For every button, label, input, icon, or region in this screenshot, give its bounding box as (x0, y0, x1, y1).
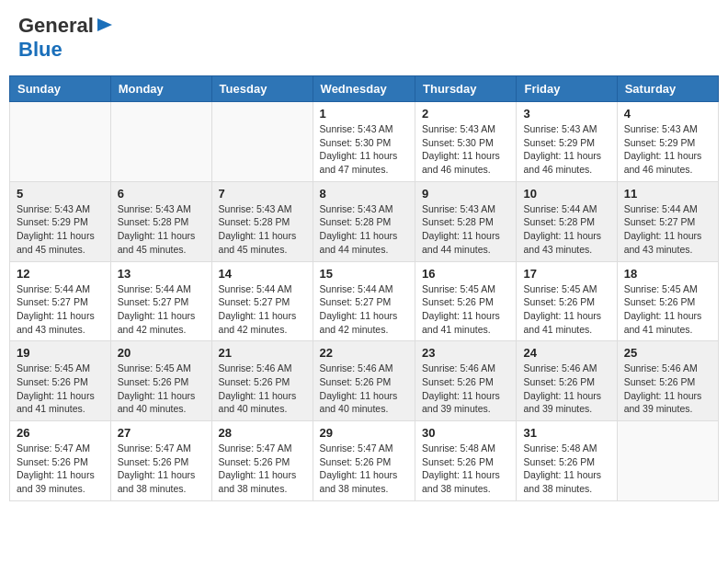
day-number: 22 (320, 346, 408, 360)
calendar-day-cell: 27Sunrise: 5:47 AM Sunset: 5:26 PM Dayli… (110, 421, 211, 501)
day-number: 14 (219, 267, 306, 281)
day-info: Sunrise: 5:43 AM Sunset: 5:28 PM Dayligh… (118, 202, 205, 257)
day-info: Sunrise: 5:45 AM Sunset: 5:26 PM Dayligh… (422, 282, 509, 337)
day-info: Sunrise: 5:45 AM Sunset: 5:26 PM Dayligh… (624, 282, 711, 337)
day-number: 9 (422, 187, 509, 201)
day-number: 12 (17, 267, 104, 281)
day-number: 28 (219, 426, 306, 440)
calendar-week-row: 5Sunrise: 5:43 AM Sunset: 5:29 PM Daylig… (10, 181, 719, 261)
calendar-week-row: 26Sunrise: 5:47 AM Sunset: 5:26 PM Dayli… (10, 421, 719, 501)
day-info: Sunrise: 5:44 AM Sunset: 5:28 PM Dayligh… (523, 202, 609, 257)
day-info: Sunrise: 5:48 AM Sunset: 5:26 PM Dayligh… (422, 442, 509, 496)
calendar-day-cell: 19Sunrise: 5:45 AM Sunset: 5:26 PM Dayli… (10, 341, 111, 421)
day-number: 15 (320, 267, 408, 281)
day-info: Sunrise: 5:44 AM Sunset: 5:27 PM Dayligh… (17, 282, 104, 337)
day-info: Sunrise: 5:46 AM Sunset: 5:26 PM Dayligh… (523, 362, 609, 416)
day-info: Sunrise: 5:43 AM Sunset: 5:29 PM Dayligh… (523, 122, 609, 177)
day-info: Sunrise: 5:45 AM Sunset: 5:26 PM Dayligh… (118, 362, 205, 416)
day-of-week-header: Sunday (10, 76, 111, 102)
calendar-day-cell: 21Sunrise: 5:46 AM Sunset: 5:26 PM Dayli… (211, 341, 313, 421)
day-info: Sunrise: 5:44 AM Sunset: 5:27 PM Dayligh… (320, 282, 408, 337)
day-number: 31 (523, 426, 609, 440)
calendar-day-cell: 10Sunrise: 5:44 AM Sunset: 5:28 PM Dayli… (517, 181, 617, 261)
day-info: Sunrise: 5:43 AM Sunset: 5:30 PM Dayligh… (320, 122, 408, 177)
calendar-day-cell: 26Sunrise: 5:47 AM Sunset: 5:26 PM Dayli… (10, 421, 111, 501)
calendar-day-cell: 17Sunrise: 5:45 AM Sunset: 5:26 PM Dayli… (517, 261, 617, 341)
day-number: 4 (624, 107, 711, 121)
calendar-day-cell: 23Sunrise: 5:46 AM Sunset: 5:26 PM Dayli… (415, 341, 517, 421)
day-number: 10 (523, 187, 609, 201)
calendar-day-cell: 20Sunrise: 5:45 AM Sunset: 5:26 PM Dayli… (110, 341, 211, 421)
calendar-header-row: SundayMondayTuesdayWednesdayThursdayFrid… (10, 76, 719, 102)
calendar-day-cell: 12Sunrise: 5:44 AM Sunset: 5:27 PM Dayli… (10, 261, 111, 341)
day-info: Sunrise: 5:44 AM Sunset: 5:27 PM Dayligh… (219, 282, 306, 337)
day-number: 17 (523, 267, 609, 281)
day-info: Sunrise: 5:43 AM Sunset: 5:28 PM Dayligh… (422, 202, 509, 257)
day-info: Sunrise: 5:46 AM Sunset: 5:26 PM Dayligh… (219, 362, 306, 416)
calendar-day-cell: 22Sunrise: 5:46 AM Sunset: 5:26 PM Dayli… (313, 341, 415, 421)
day-number: 16 (422, 267, 509, 281)
day-number: 19 (17, 346, 104, 360)
calendar-day-cell (110, 102, 211, 182)
day-info: Sunrise: 5:45 AM Sunset: 5:26 PM Dayligh… (17, 362, 104, 416)
calendar-day-cell: 9Sunrise: 5:43 AM Sunset: 5:28 PM Daylig… (415, 181, 517, 261)
logo-flag-icon (96, 16, 114, 34)
calendar-day-cell: 14Sunrise: 5:44 AM Sunset: 5:27 PM Dayli… (211, 261, 313, 341)
day-number: 11 (624, 187, 711, 201)
calendar-day-cell: 31Sunrise: 5:48 AM Sunset: 5:26 PM Dayli… (517, 421, 617, 501)
day-info: Sunrise: 5:48 AM Sunset: 5:26 PM Dayligh… (523, 442, 609, 496)
calendar-day-cell: 18Sunrise: 5:45 AM Sunset: 5:26 PM Dayli… (617, 261, 718, 341)
calendar-day-cell: 2Sunrise: 5:43 AM Sunset: 5:30 PM Daylig… (415, 102, 517, 182)
day-info: Sunrise: 5:47 AM Sunset: 5:26 PM Dayligh… (219, 442, 306, 496)
day-number: 26 (17, 426, 104, 440)
calendar-table: SundayMondayTuesdayWednesdayThursdayFrid… (9, 75, 719, 501)
day-of-week-header: Tuesday (211, 76, 313, 102)
day-info: Sunrise: 5:46 AM Sunset: 5:26 PM Dayligh… (422, 362, 509, 416)
day-info: Sunrise: 5:47 AM Sunset: 5:26 PM Dayligh… (17, 442, 104, 496)
day-number: 30 (422, 426, 509, 440)
day-info: Sunrise: 5:43 AM Sunset: 5:30 PM Dayligh… (422, 122, 509, 177)
day-info: Sunrise: 5:43 AM Sunset: 5:29 PM Dayligh… (17, 202, 104, 257)
logo-general: General (18, 14, 94, 38)
calendar-day-cell: 24Sunrise: 5:46 AM Sunset: 5:26 PM Dayli… (517, 341, 617, 421)
day-number: 3 (523, 107, 609, 121)
day-info: Sunrise: 5:44 AM Sunset: 5:27 PM Dayligh… (624, 202, 711, 257)
calendar-day-cell: 13Sunrise: 5:44 AM Sunset: 5:27 PM Dayli… (110, 261, 211, 341)
calendar-day-cell: 11Sunrise: 5:44 AM Sunset: 5:27 PM Dayli… (617, 181, 718, 261)
day-of-week-header: Thursday (415, 76, 517, 102)
day-number: 20 (118, 346, 205, 360)
day-info: Sunrise: 5:43 AM Sunset: 5:28 PM Dayligh… (219, 202, 306, 257)
day-number: 13 (118, 267, 205, 281)
day-of-week-header: Saturday (617, 76, 718, 102)
day-of-week-header: Friday (517, 76, 617, 102)
calendar-day-cell: 6Sunrise: 5:43 AM Sunset: 5:28 PM Daylig… (110, 181, 211, 261)
logo-blue: Blue (18, 38, 63, 61)
calendar-day-cell: 4Sunrise: 5:43 AM Sunset: 5:29 PM Daylig… (617, 102, 718, 182)
calendar-week-row: 19Sunrise: 5:45 AM Sunset: 5:26 PM Dayli… (10, 341, 719, 421)
day-info: Sunrise: 5:43 AM Sunset: 5:29 PM Dayligh… (624, 122, 711, 177)
day-number: 7 (219, 187, 306, 201)
calendar-day-cell: 29Sunrise: 5:47 AM Sunset: 5:26 PM Dayli… (313, 421, 415, 501)
calendar-day-cell: 3Sunrise: 5:43 AM Sunset: 5:29 PM Daylig… (517, 102, 617, 182)
day-number: 18 (624, 267, 711, 281)
logo-text: General Blue (18, 14, 114, 62)
day-info: Sunrise: 5:47 AM Sunset: 5:26 PM Dayligh… (118, 442, 205, 496)
day-number: 5 (17, 187, 104, 201)
day-number: 27 (118, 426, 205, 440)
calendar-day-cell: 7Sunrise: 5:43 AM Sunset: 5:28 PM Daylig… (211, 181, 313, 261)
day-number: 25 (624, 346, 711, 360)
calendar-day-cell (211, 102, 313, 182)
day-info: Sunrise: 5:45 AM Sunset: 5:26 PM Dayligh… (523, 282, 609, 337)
day-info: Sunrise: 5:46 AM Sunset: 5:26 PM Dayligh… (320, 362, 408, 416)
day-number: 2 (422, 107, 509, 121)
calendar-day-cell (617, 421, 718, 501)
calendar-day-cell: 5Sunrise: 5:43 AM Sunset: 5:29 PM Daylig… (10, 181, 111, 261)
day-number: 6 (118, 187, 205, 201)
day-info: Sunrise: 5:47 AM Sunset: 5:26 PM Dayligh… (320, 442, 408, 496)
calendar-day-cell (10, 102, 111, 182)
day-number: 1 (320, 107, 408, 121)
calendar-day-cell: 8Sunrise: 5:43 AM Sunset: 5:28 PM Daylig… (313, 181, 415, 261)
calendar-day-cell: 1Sunrise: 5:43 AM Sunset: 5:30 PM Daylig… (313, 102, 415, 182)
svg-marker-0 (97, 18, 112, 31)
day-number: 23 (422, 346, 509, 360)
